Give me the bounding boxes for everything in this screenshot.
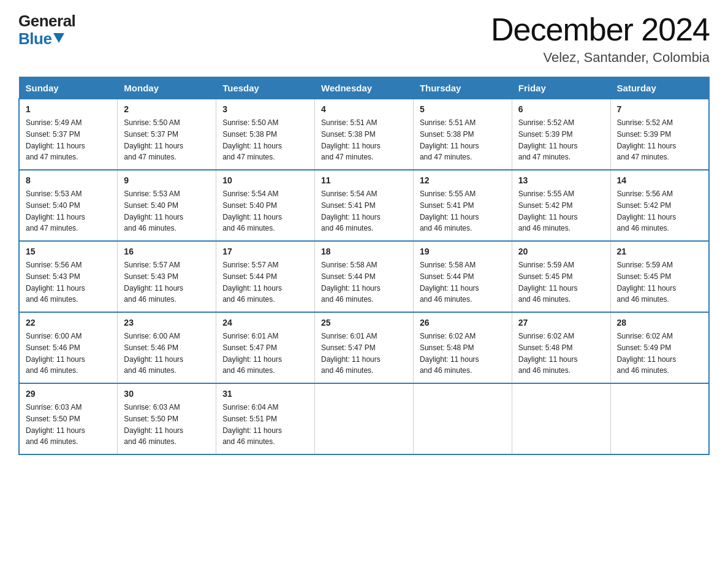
day-info: Sunrise: 6:01 AMSunset: 5:47 PMDaylight:… <box>321 332 381 375</box>
day-number: 10 <box>222 174 308 187</box>
calendar-week-5: 29 Sunrise: 6:03 AMSunset: 5:50 PMDaylig… <box>19 383 709 454</box>
table-row: 21 Sunrise: 5:59 AMSunset: 5:45 PMDaylig… <box>610 241 709 312</box>
day-number: 19 <box>420 245 506 258</box>
title-block: December 2024 Velez, Santander, Colombia <box>491 12 710 66</box>
day-number: 4 <box>321 103 407 116</box>
day-info: Sunrise: 5:51 AMSunset: 5:38 PMDaylight:… <box>321 118 381 161</box>
day-info: Sunrise: 5:53 AMSunset: 5:40 PMDaylight:… <box>26 190 85 232</box>
day-number: 29 <box>26 388 111 400</box>
calendar-week-3: 15 Sunrise: 5:56 AMSunset: 5:43 PMDaylig… <box>19 241 709 312</box>
day-info: Sunrise: 5:54 AMSunset: 5:41 PMDaylight:… <box>321 190 381 232</box>
location-title: Velez, Santander, Colombia <box>491 50 710 66</box>
day-number: 1 <box>26 103 111 116</box>
calendar-table: Sunday Monday Tuesday Wednesday Thursday… <box>18 77 710 455</box>
table-row: 24 Sunrise: 6:01 AMSunset: 5:47 PMDaylig… <box>216 312 315 383</box>
logo-triangle-icon <box>53 33 64 43</box>
logo-general-text: General <box>18 12 75 30</box>
table-row <box>315 383 414 454</box>
day-info: Sunrise: 6:02 AMSunset: 5:48 PMDaylight:… <box>420 332 479 375</box>
day-info: Sunrise: 5:53 AMSunset: 5:40 PMDaylight:… <box>124 190 183 232</box>
day-info: Sunrise: 5:56 AMSunset: 5:42 PMDaylight:… <box>617 190 677 232</box>
table-row <box>610 383 709 454</box>
day-number: 2 <box>124 103 210 116</box>
table-row: 11 Sunrise: 5:54 AMSunset: 5:41 PMDaylig… <box>315 170 414 241</box>
table-row: 29 Sunrise: 6:03 AMSunset: 5:50 PMDaylig… <box>19 383 118 454</box>
table-row: 27 Sunrise: 6:02 AMSunset: 5:48 PMDaylig… <box>512 312 610 383</box>
day-number: 5 <box>420 103 506 116</box>
day-info: Sunrise: 6:01 AMSunset: 5:47 PMDaylight:… <box>222 332 282 375</box>
table-row: 7 Sunrise: 5:52 AMSunset: 5:39 PMDayligh… <box>610 99 709 170</box>
day-number: 14 <box>617 174 702 187</box>
day-number: 18 <box>321 245 407 258</box>
logo-blue-text: Blue <box>18 30 64 48</box>
day-number: 26 <box>420 316 506 329</box>
day-info: Sunrise: 6:02 AMSunset: 5:48 PMDaylight:… <box>518 332 578 375</box>
table-row: 1 Sunrise: 5:49 AMSunset: 5:37 PMDayligh… <box>19 99 118 170</box>
day-number: 13 <box>518 174 604 187</box>
table-row: 5 Sunrise: 5:51 AMSunset: 5:38 PMDayligh… <box>413 99 512 170</box>
table-row: 22 Sunrise: 6:00 AMSunset: 5:46 PMDaylig… <box>19 312 118 383</box>
table-row: 23 Sunrise: 6:00 AMSunset: 5:46 PMDaylig… <box>118 312 216 383</box>
table-row: 3 Sunrise: 5:50 AMSunset: 5:38 PMDayligh… <box>216 99 315 170</box>
day-info: Sunrise: 5:57 AMSunset: 5:44 PMDaylight:… <box>222 261 282 304</box>
day-number: 16 <box>124 245 210 258</box>
calendar-week-2: 8 Sunrise: 5:53 AMSunset: 5:40 PMDayligh… <box>19 170 709 241</box>
table-row: 17 Sunrise: 5:57 AMSunset: 5:44 PMDaylig… <box>216 241 315 312</box>
month-title: December 2024 <box>491 12 710 47</box>
day-info: Sunrise: 5:51 AMSunset: 5:38 PMDaylight:… <box>420 118 479 161</box>
col-thursday: Thursday <box>413 77 512 99</box>
day-number: 27 <box>518 316 604 329</box>
table-row: 15 Sunrise: 5:56 AMSunset: 5:43 PMDaylig… <box>19 241 118 312</box>
day-info: Sunrise: 6:02 AMSunset: 5:49 PMDaylight:… <box>617 332 677 375</box>
day-number: 23 <box>124 316 210 329</box>
day-number: 15 <box>26 245 111 258</box>
table-row: 25 Sunrise: 6:01 AMSunset: 5:47 PMDaylig… <box>315 312 414 383</box>
table-row <box>512 383 610 454</box>
col-sunday: Sunday <box>19 77 118 99</box>
day-number: 22 <box>26 316 111 329</box>
day-number: 20 <box>518 245 604 258</box>
table-row: 2 Sunrise: 5:50 AMSunset: 5:37 PMDayligh… <box>118 99 216 170</box>
calendar-header-row: Sunday Monday Tuesday Wednesday Thursday… <box>19 77 709 99</box>
day-info: Sunrise: 5:49 AMSunset: 5:37 PMDaylight:… <box>26 118 85 161</box>
day-number: 8 <box>26 174 111 187</box>
table-row: 18 Sunrise: 5:58 AMSunset: 5:44 PMDaylig… <box>315 241 414 312</box>
calendar-week-1: 1 Sunrise: 5:49 AMSunset: 5:37 PMDayligh… <box>19 99 709 170</box>
day-number: 21 <box>617 245 702 258</box>
day-info: Sunrise: 5:52 AMSunset: 5:39 PMDaylight:… <box>617 118 677 161</box>
day-info: Sunrise: 6:03 AMSunset: 5:50 PMDaylight:… <box>124 403 183 446</box>
day-info: Sunrise: 5:52 AMSunset: 5:39 PMDaylight:… <box>518 118 578 161</box>
day-number: 3 <box>222 103 308 116</box>
table-row: 16 Sunrise: 5:57 AMSunset: 5:43 PMDaylig… <box>118 241 216 312</box>
col-monday: Monday <box>118 77 216 99</box>
day-info: Sunrise: 5:54 AMSunset: 5:40 PMDaylight:… <box>222 190 282 232</box>
table-row: 20 Sunrise: 5:59 AMSunset: 5:45 PMDaylig… <box>512 241 610 312</box>
logo: General Blue <box>18 12 75 47</box>
day-number: 12 <box>420 174 506 187</box>
table-row: 30 Sunrise: 6:03 AMSunset: 5:50 PMDaylig… <box>118 383 216 454</box>
col-saturday: Saturday <box>610 77 709 99</box>
col-friday: Friday <box>512 77 610 99</box>
day-number: 30 <box>124 388 210 400</box>
table-row: 31 Sunrise: 6:04 AMSunset: 5:51 PMDaylig… <box>216 383 315 454</box>
day-info: Sunrise: 6:00 AMSunset: 5:46 PMDaylight:… <box>26 332 85 375</box>
table-row: 26 Sunrise: 6:02 AMSunset: 5:48 PMDaylig… <box>413 312 512 383</box>
day-info: Sunrise: 5:55 AMSunset: 5:42 PMDaylight:… <box>518 190 578 232</box>
calendar-week-4: 22 Sunrise: 6:00 AMSunset: 5:46 PMDaylig… <box>19 312 709 383</box>
day-info: Sunrise: 5:59 AMSunset: 5:45 PMDaylight:… <box>518 261 578 304</box>
day-number: 9 <box>124 174 210 187</box>
day-number: 11 <box>321 174 407 187</box>
table-row: 10 Sunrise: 5:54 AMSunset: 5:40 PMDaylig… <box>216 170 315 241</box>
day-number: 31 <box>222 388 308 400</box>
day-number: 24 <box>222 316 308 329</box>
table-row: 28 Sunrise: 6:02 AMSunset: 5:49 PMDaylig… <box>610 312 709 383</box>
day-number: 17 <box>222 245 308 258</box>
day-number: 6 <box>518 103 604 116</box>
day-info: Sunrise: 5:50 AMSunset: 5:37 PMDaylight:… <box>124 118 183 161</box>
table-row: 8 Sunrise: 5:53 AMSunset: 5:40 PMDayligh… <box>19 170 118 241</box>
col-wednesday: Wednesday <box>315 77 414 99</box>
day-number: 28 <box>617 316 702 329</box>
day-info: Sunrise: 5:55 AMSunset: 5:41 PMDaylight:… <box>420 190 479 232</box>
table-row: 6 Sunrise: 5:52 AMSunset: 5:39 PMDayligh… <box>512 99 610 170</box>
day-info: Sunrise: 5:50 AMSunset: 5:38 PMDaylight:… <box>222 118 282 161</box>
